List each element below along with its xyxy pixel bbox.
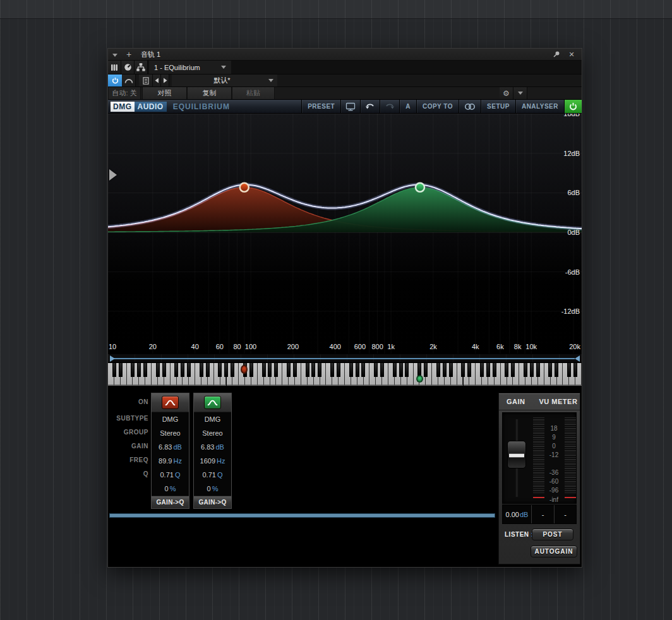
band1-q[interactable]: 0.71Q [152, 468, 189, 482]
piano-key-black[interactable] [424, 363, 428, 377]
band2-gain[interactable]: 6.83dB [194, 440, 231, 454]
setup-button[interactable]: SETUP [481, 100, 515, 113]
graph-left-marker[interactable] [109, 169, 117, 181]
band1-gain[interactable]: 6.83dB [152, 440, 189, 454]
stereo-link-icon[interactable] [459, 100, 481, 113]
piano-key-black[interactable] [174, 363, 178, 377]
piano-key-black[interactable] [380, 363, 384, 377]
band2-mix[interactable]: 0% [194, 482, 231, 496]
compare-button[interactable]: 对照 [142, 87, 187, 99]
piano-key-black[interactable] [187, 363, 191, 377]
piano-key-black[interactable] [480, 363, 484, 377]
pin-icon[interactable] [553, 51, 563, 59]
band1-group[interactable]: Stereo [152, 426, 189, 440]
piano-key-black[interactable] [231, 363, 234, 377]
band2-freq[interactable]: 1609Hz [194, 454, 231, 468]
piano-key-black[interactable] [311, 363, 315, 377]
piano-key-black[interactable] [206, 363, 210, 377]
piano-key-black[interactable] [119, 363, 123, 377]
piano-key-black[interactable] [349, 363, 353, 377]
zoom-handle-left-icon[interactable] [110, 355, 115, 362]
band2-q[interactable]: 0.71Q [194, 468, 231, 482]
piano-key-black[interactable] [218, 363, 222, 377]
band1-gain-to-q-button[interactable]: GAIN->Q [152, 496, 189, 508]
eq-graph[interactable]: 10204060801002004006008001k2k4k6k8k10k20… [108, 114, 582, 354]
redo-icon[interactable] [380, 100, 399, 113]
channel-strip-icon[interactable] [108, 61, 121, 74]
piano-key-black[interactable] [361, 363, 365, 377]
piano-key-black[interactable] [156, 363, 160, 377]
zoom-range-line[interactable] [114, 358, 575, 359]
piano-key-black[interactable] [399, 363, 403, 377]
preset-list-icon[interactable] [139, 75, 153, 86]
eq-curve-canvas[interactable]: 10204060801002004006008001k2k4k6k8k10k20… [108, 114, 582, 354]
piano-key-black[interactable] [555, 363, 558, 377]
piano-key-black[interactable] [356, 363, 359, 377]
piano-key-black[interactable] [137, 363, 141, 377]
window-menu-icon[interactable] [108, 51, 122, 58]
piano-key-black[interactable] [461, 363, 465, 377]
copy-button[interactable]: 复制 [187, 87, 232, 99]
preset-button[interactable]: PRESET [301, 100, 340, 113]
piano-key-black[interactable] [224, 363, 228, 377]
next-preset-icon[interactable] [161, 75, 169, 86]
band1-mix[interactable]: 0% [152, 482, 189, 496]
band2-node[interactable] [416, 183, 424, 192]
piano-key-black[interactable] [330, 363, 334, 377]
freq-zoom-slider[interactable] [108, 354, 582, 363]
piano-key-black[interactable] [262, 363, 266, 377]
piano-key-black[interactable] [287, 363, 291, 377]
close-icon[interactable]: ✕ [567, 51, 577, 59]
autogain-button[interactable]: AUTOGAIN [531, 545, 577, 557]
zoom-handle-right-icon[interactable] [575, 355, 580, 362]
piano-keyboard[interactable] [108, 363, 582, 386]
gear-icon[interactable]: ⚙ [500, 87, 513, 99]
piano-key-black[interactable] [337, 363, 340, 377]
piano-key-black[interactable] [393, 363, 397, 377]
bypass-arc-icon[interactable] [122, 75, 136, 86]
piano-key-black[interactable] [249, 363, 253, 377]
piano-key-black[interactable] [112, 363, 116, 377]
automation-mode-button[interactable]: 自动: 关 [108, 87, 141, 99]
analyser-button[interactable]: ANALYSER [515, 100, 564, 113]
band1-subtype[interactable]: DMG [152, 412, 189, 426]
band1-freq[interactable]: 89.9Hz [152, 454, 189, 468]
monitor-icon[interactable] [340, 100, 360, 113]
piano-key-black[interactable] [374, 363, 378, 377]
band-scrollbar[interactable] [109, 513, 495, 518]
plugin-power-button[interactable] [564, 100, 582, 113]
plugin-slot-select[interactable]: 1 - EQuilibrium [149, 61, 231, 74]
gain-fader-handle[interactable] [507, 441, 526, 468]
piano-key-black[interactable] [524, 363, 527, 377]
band1-on-button[interactable] [162, 396, 179, 409]
paste-button[interactable]: 粘贴 [232, 87, 275, 99]
piano-key-black[interactable] [505, 363, 508, 377]
piano-key-black[interactable] [486, 363, 490, 377]
piano-key-black[interactable] [143, 363, 147, 377]
gear-dropdown-icon[interactable] [513, 87, 527, 99]
piano-key-black[interactable] [131, 363, 135, 377]
piano-key-black[interactable] [405, 363, 409, 377]
piano-key-black[interactable] [573, 363, 577, 377]
piano-key-black[interactable] [268, 363, 272, 377]
ab-compare-button[interactable]: A [399, 100, 416, 113]
band2-on-button[interactable] [204, 396, 221, 409]
copy-to-button[interactable]: COPY TO [416, 100, 459, 113]
piano-key-black[interactable] [536, 363, 540, 377]
piano-key-black[interactable] [511, 363, 515, 377]
preset-select[interactable]: 默认* [172, 75, 277, 86]
undo-icon[interactable] [360, 100, 380, 113]
piano-key-black[interactable] [567, 363, 571, 377]
piano-key-black[interactable] [443, 363, 447, 377]
band2-group[interactable]: Stereo [194, 426, 231, 440]
piano-key-black[interactable] [181, 363, 184, 377]
band2-gain-to-q-button[interactable]: GAIN->Q [194, 496, 231, 508]
piano-key-black[interactable] [436, 363, 440, 377]
piano-key-black[interactable] [274, 363, 278, 377]
add-icon[interactable]: + [122, 49, 136, 59]
band1-node[interactable] [240, 183, 249, 192]
piano-key-black[interactable] [449, 363, 453, 377]
routing-icon[interactable] [135, 61, 148, 74]
knob-icon[interactable] [121, 61, 135, 74]
piano-key-black[interactable] [293, 363, 297, 377]
